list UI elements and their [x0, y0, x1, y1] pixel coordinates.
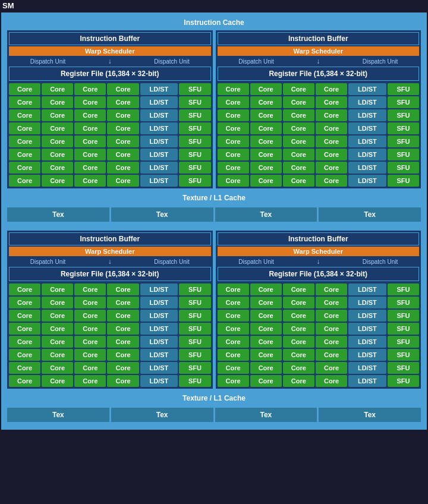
- core-cell: Core: [74, 96, 106, 108]
- core-cell: Core: [107, 162, 139, 174]
- core-cell: Core: [74, 375, 106, 387]
- core-row: Core Core Core Core LD/ST SFU: [218, 323, 420, 335]
- ldst-cell: LD/ST: [348, 362, 386, 374]
- core-cell: Core: [283, 375, 314, 387]
- core-cell: Core: [250, 122, 282, 134]
- core-row: Core Core Core Core LD/ST SFU: [218, 149, 420, 160]
- core-cell: Core: [107, 323, 139, 335]
- ldst-cell: LD/ST: [348, 284, 386, 295]
- top-dispatch-row-1: Dispatch Unit ↓ Dispatch Unit: [218, 57, 420, 65]
- core-cell: Core: [316, 83, 347, 95]
- core-cell: Core: [218, 175, 249, 187]
- sfu-cell: SFU: [388, 362, 419, 374]
- core-cell: Core: [9, 136, 40, 147]
- core-cell: Core: [9, 175, 40, 187]
- core-cell: Core: [316, 336, 347, 348]
- core-cell: Core: [74, 136, 106, 147]
- core-cell: Core: [107, 284, 139, 295]
- core-cell: Core: [316, 310, 347, 322]
- core-cell: Core: [218, 109, 249, 121]
- core-row: Core Core Core Core LD/ST SFU: [218, 175, 420, 187]
- core-row: Core Core Core Core LD/ST SFU: [218, 122, 420, 134]
- tex-cell-3: Tex: [319, 207, 421, 222]
- core-cell: Core: [218, 336, 249, 348]
- core-cell: Core: [107, 297, 139, 308]
- bottom-cores-0: Core Core Core Core LD/ST SFU Core Core …: [9, 284, 211, 387]
- core-cell: Core: [218, 310, 249, 322]
- core-row: Core Core Core Core LD/ST SFU: [218, 336, 420, 348]
- sfu-cell: SFU: [179, 122, 210, 134]
- sfu-cell: SFU: [388, 136, 419, 147]
- core-cell: Core: [218, 362, 249, 374]
- top-two-col: Instruction Buffer Warp Scheduler Dispat…: [5, 29, 423, 190]
- core-cell: Core: [316, 375, 347, 387]
- core-cell: Core: [218, 83, 249, 95]
- bottom-warp-0: Warp Scheduler: [9, 247, 211, 256]
- core-row: Core Core Core Core LD/ST SFU: [9, 297, 211, 308]
- core-row: Core Core Core Core LD/ST SFU: [218, 310, 420, 322]
- ldst-cell: LD/ST: [140, 349, 178, 361]
- top-dispatch-right-0: Dispatch Unit: [154, 58, 189, 65]
- ldst-cell: LD/ST: [140, 149, 178, 160]
- ldst-cell: LD/ST: [140, 336, 178, 348]
- core-cell: Core: [9, 336, 40, 348]
- top-dispatch-left-1: Dispatch Unit: [238, 58, 273, 65]
- core-cell: Core: [42, 323, 73, 335]
- core-cell: Core: [283, 149, 314, 160]
- core-cell: Core: [107, 375, 139, 387]
- core-cell: Core: [42, 310, 73, 322]
- core-cell: Core: [283, 83, 314, 95]
- core-row: Core Core Core Core LD/ST SFU: [9, 109, 211, 121]
- core-row: Core Core Core Core LD/ST SFU: [9, 362, 211, 374]
- core-row: Core Core Core Core LD/ST SFU: [218, 83, 420, 95]
- core-cell: Core: [74, 83, 106, 95]
- top-cores-1: Core Core Core Core LD/ST SFU Core Core …: [218, 83, 420, 187]
- bottom-dispatch-row-0: Dispatch Unit ↓ Dispatch Unit: [9, 257, 211, 266]
- core-cell: Core: [9, 310, 40, 322]
- core-cell: Core: [9, 162, 40, 174]
- core-cell: Core: [107, 336, 139, 348]
- core-cell: Core: [74, 336, 106, 348]
- outer-wrapper: Instruction Cache Instruction Buffer War…: [1, 12, 427, 430]
- ldst-cell: LD/ST: [140, 96, 178, 108]
- bottom-instr-buf-1: Instruction Buffer: [218, 232, 420, 245]
- core-row: Core Core Core Core LD/ST SFU: [218, 162, 420, 174]
- ldst-cell: LD/ST: [140, 122, 178, 134]
- core-cell: Core: [250, 109, 282, 121]
- core-cell: Core: [283, 297, 314, 308]
- core-cell: Core: [42, 284, 73, 295]
- ldst-cell: LD/ST: [348, 149, 386, 160]
- sfu-cell: SFU: [388, 109, 419, 121]
- sfu-cell: SFU: [388, 284, 419, 295]
- core-cell: Core: [107, 149, 139, 160]
- core-cell: Core: [42, 122, 73, 134]
- bottom-dispatch-arrow-0: ↓: [108, 257, 112, 266]
- sfu-cell: SFU: [388, 297, 419, 308]
- bottom-cores-1: Core Core Core Core LD/ST SFU Core Core …: [218, 284, 420, 387]
- core-cell: Core: [316, 162, 347, 174]
- bottom-block-0: Instruction Buffer Warp Scheduler Dispat…: [7, 230, 213, 389]
- core-cell: Core: [42, 336, 73, 348]
- core-cell: Core: [9, 109, 40, 121]
- core-cell: Core: [250, 297, 282, 308]
- sfu-cell: SFU: [388, 349, 419, 361]
- bottom-block-1: Instruction Buffer Warp Scheduler Dispat…: [215, 230, 422, 389]
- core-cell: Core: [9, 323, 40, 335]
- core-cell: Core: [42, 83, 73, 95]
- core-row: Core Core Core Core LD/ST SFU: [9, 284, 211, 295]
- core-row: Core Core Core Core LD/ST SFU: [218, 375, 420, 387]
- top-instruction-cache-bar: Instruction Cache: [5, 17, 423, 29]
- sfu-cell: SFU: [388, 149, 419, 160]
- core-row: Core Core Core Core LD/ST SFU: [9, 310, 211, 322]
- top-tex-row: Tex Tex Tex Tex: [5, 206, 423, 223]
- sfu-cell: SFU: [179, 83, 210, 95]
- ldst-cell: LD/ST: [140, 136, 178, 147]
- bottom-section: Instruction Buffer Warp Scheduler Dispat…: [4, 227, 424, 426]
- ldst-cell: LD/ST: [348, 297, 386, 308]
- core-cell: Core: [42, 375, 73, 387]
- core-cell: Core: [283, 310, 314, 322]
- core-cell: Core: [250, 336, 282, 348]
- sfu-cell: SFU: [388, 162, 419, 174]
- core-cell: Core: [107, 122, 139, 134]
- core-cell: Core: [42, 109, 73, 121]
